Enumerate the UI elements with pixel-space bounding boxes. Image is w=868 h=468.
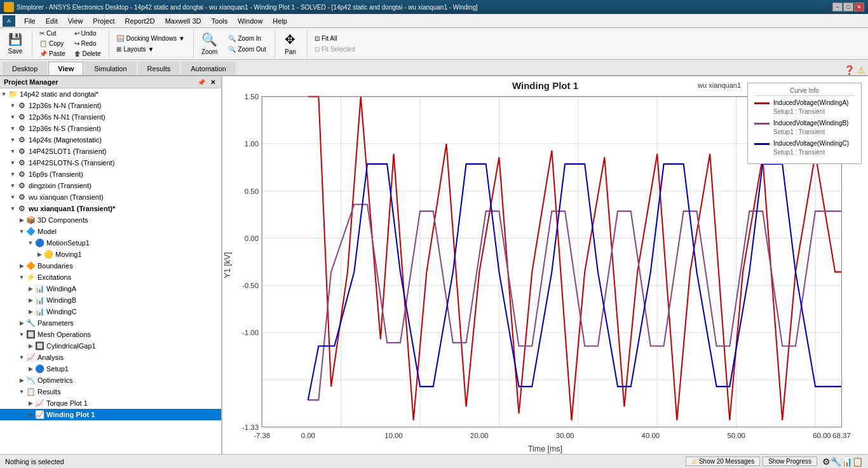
tree-item-n2[interactable]: ▼⚙12p36s N-N1 (Transient) [0, 111, 221, 123]
save-button[interactable]: 💾 Save [4, 31, 27, 57]
expand-icon-n5[interactable]: ▼ [9, 148, 17, 155]
copy-button[interactable]: 📋 Copy [36, 39, 69, 48]
tree-item-n10f1[interactable]: ▶🔲CylindricalGap1 [0, 340, 221, 352]
show-messages-button[interactable]: ⚠ Show 20 Messages [686, 457, 760, 466]
tree-item-n1[interactable]: ▼⚙12p36s N-N (Transient) [0, 100, 221, 111]
expand-icon-n10d2[interactable]: ▶ [27, 297, 34, 303]
expand-icon-n10i1[interactable]: ▶ [27, 400, 34, 406]
menu-maxwell3d[interactable]: Maxwell 3D [160, 16, 207, 26]
menu-tools[interactable]: Tools [207, 16, 233, 26]
pan-button[interactable]: ✥ Pan [279, 31, 302, 57]
tree-item-n4[interactable]: ▼⚙14p24s (Magnetostatic) [0, 134, 221, 146]
redo-button[interactable]: ↪ Redo [71, 39, 104, 48]
delete-button[interactable]: 🗑 Delete [71, 49, 104, 59]
tree-item-root[interactable]: ▼📁14p42 static and dongtai* [0, 88, 221, 100]
tab-desktop[interactable]: Desktop [3, 62, 47, 75]
tree-item-n10f[interactable]: ▼🔲Mesh Operations [0, 329, 221, 340]
sidebar-close-button[interactable]: ✕ [208, 79, 217, 86]
expand-icon-n10g1[interactable]: ▶ [27, 366, 34, 372]
minimize-button[interactable]: − [832, 3, 843, 11]
tree-item-n10g1[interactable]: ▶🔵Setup1 [0, 363, 221, 375]
fit-all-button[interactable]: ⊡ Fit All [311, 34, 358, 43]
expand-icon-n10d3[interactable]: ▶ [27, 308, 34, 315]
tree-item-n10g[interactable]: ▼📈Analysis [0, 352, 221, 363]
fit-selected-button[interactable]: ⊡ Fit Selected [311, 45, 358, 54]
tree-item-n10i[interactable]: ▼📋Results [0, 386, 221, 397]
tab-automation[interactable]: Automation [181, 62, 236, 75]
tree-item-n10d[interactable]: ▼⚡Excitations [0, 272, 221, 283]
undo-button[interactable]: ↩ Undo [71, 29, 104, 38]
layouts-button[interactable]: ⊞ Layouts ▼ [113, 45, 187, 54]
tree-item-n10d2[interactable]: ▶📊WindingB [0, 294, 221, 306]
tree-item-n5[interactable]: ▼⚙14P42SLOT1 (Transient) [0, 146, 221, 157]
paste-icon: 📌 [39, 50, 47, 57]
expand-icon-n10i[interactable]: ▼ [18, 389, 25, 395]
expand-icon-n10i2[interactable]: ▶ [27, 411, 34, 418]
expand-icon-n4[interactable]: ▼ [9, 137, 17, 143]
expand-icon-n8[interactable]: ▼ [9, 182, 17, 189]
tree-item-n10d3[interactable]: ▶📊WindingC [0, 306, 221, 317]
expand-icon-n10c[interactable]: ▶ [18, 263, 25, 269]
tab-simulation[interactable]: Simulation [85, 62, 136, 75]
tree-item-n6[interactable]: ▼⚙14P42SLOTN-S (Transient) [0, 157, 221, 169]
expand-icon-n10[interactable]: ▼ [9, 205, 17, 212]
menu-edit[interactable]: Edit [41, 16, 63, 26]
tree-item-n3[interactable]: ▼⚙12p36s N-S (Transient) [0, 123, 221, 134]
expand-icon-root[interactable]: ▼ [0, 91, 8, 97]
expand-icon-n7[interactable]: ▼ [9, 171, 17, 177]
tree-label-n10d3: WindingC [46, 308, 77, 315]
tree-item-n10i1[interactable]: ▶📈Torque Plot 1 [0, 397, 221, 409]
tree-item-n7[interactable]: ▼⚙16p9s (Transient) [0, 169, 221, 180]
expand-icon-n10f[interactable]: ▼ [18, 331, 25, 338]
sidebar-pin-button[interactable]: 📌 [196, 79, 207, 86]
tree-item-n9[interactable]: ▼⚙wu xianquan (Transient) [0, 191, 221, 203]
zoom-in-button[interactable]: 🔍 Zoom In [225, 34, 269, 43]
tree-item-n10c[interactable]: ▶🔶Boundaries [0, 260, 221, 272]
help-icon[interactable]: ❓ [844, 65, 855, 75]
menu-help[interactable]: Help [268, 16, 292, 26]
menu-view[interactable]: View [63, 16, 88, 26]
show-progress-button[interactable]: Show Progress [763, 457, 817, 466]
tree-item-n10e[interactable]: ▶🔧Parameters [0, 317, 221, 329]
cut-button[interactable]: ✂ Cut [36, 29, 69, 38]
menu-project[interactable]: Project [88, 16, 119, 26]
tree-item-n8[interactable]: ▼⚙dingzixin (Transient) [0, 180, 221, 191]
expand-icon-n10e[interactable]: ▶ [18, 320, 25, 326]
expand-icon-n10a[interactable]: ▶ [18, 217, 25, 223]
tree-item-n10b[interactable]: ▼🔷Model [0, 226, 221, 237]
svg-text:1.50: 1.50 [245, 93, 259, 100]
tab-results[interactable]: Results [138, 62, 180, 75]
expand-icon-n6[interactable]: ▼ [9, 160, 17, 166]
expand-icon-n10f1[interactable]: ▶ [27, 343, 34, 349]
tree-item-n10a[interactable]: ▶📦3D Components [0, 214, 221, 226]
expand-icon-n10b1[interactable]: ▼ [27, 240, 34, 246]
tree-item-n10i2[interactable]: ▶📈Winding Plot 1 [0, 409, 221, 420]
expand-icon-n1[interactable]: ▼ [9, 102, 17, 109]
expand-icon-n2[interactable]: ▼ [9, 114, 17, 120]
tree-item-n10[interactable]: ▼⚙wu xianquan1 (Transient)* [0, 203, 221, 214]
tab-view[interactable]: View [48, 62, 83, 75]
tree-item-n10b1[interactable]: ▼🔵MotionSetup1 [0, 237, 221, 249]
tree-item-n10d1[interactable]: ▶📊WindingA [0, 283, 221, 294]
menu-window[interactable]: Window [233, 16, 268, 26]
expand-icon-n10b1a[interactable]: ▶ [36, 251, 43, 258]
menu-file[interactable]: File [19, 16, 41, 26]
maximize-button[interactable]: □ [843, 3, 853, 11]
tree-item-n10h[interactable]: ▶📉Optimetrics [0, 375, 221, 386]
zoom-out-button[interactable]: 🔍 Zoom Out [225, 45, 269, 54]
tree-item-n10b1a[interactable]: ▶🟡Moving1 [0, 249, 221, 260]
menu-report2d[interactable]: Report2D [120, 16, 160, 26]
expand-icon-n10g[interactable]: ▼ [18, 354, 25, 361]
expand-icon-n10h[interactable]: ▶ [18, 377, 25, 383]
paste-button[interactable]: 📌 Paste [36, 49, 69, 59]
docking-windows-button[interactable]: 🪟 Docking Windows ▼ [113, 34, 187, 43]
node-icon-n10c: 🔶 [25, 261, 36, 271]
zoom-button[interactable]: 🔍 Zoom [198, 31, 222, 57]
expand-icon-n10b[interactable]: ▼ [18, 228, 25, 235]
expand-icon-n3[interactable]: ▼ [9, 125, 17, 132]
expand-icon-n10d[interactable]: ▼ [18, 274, 25, 280]
sidebar-title: Project Manager [4, 78, 58, 86]
expand-icon-n10d1[interactable]: ▶ [27, 286, 34, 292]
close-button[interactable]: ✕ [854, 3, 864, 11]
expand-icon-n9[interactable]: ▼ [9, 194, 17, 200]
